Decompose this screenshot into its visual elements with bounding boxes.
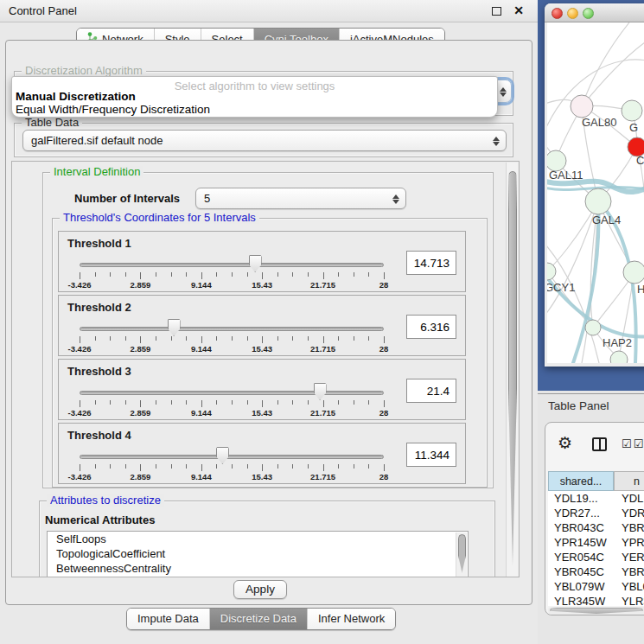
tab-infer-network[interactable]: Infer Network <box>308 609 395 629</box>
table-row[interactable]: YDR27...YDR2 <box>548 506 644 520</box>
tab-discretize-data[interactable]: Discretize Data <box>210 609 308 629</box>
slider-track[interactable] <box>80 455 384 459</box>
table-row[interactable]: YBR043CYBR0 <box>548 520 644 535</box>
slider-thumb[interactable] <box>216 447 229 464</box>
combo-stepper-icon <box>499 85 507 99</box>
slider-thumb[interactable] <box>168 319 181 336</box>
slider-thumb[interactable] <box>249 255 262 272</box>
tick-mark <box>80 400 80 407</box>
attribute-item-betweennesscentrality[interactable]: BetweennessCentrality <box>48 561 468 576</box>
table-cell[interactable]: YDL1 <box>614 491 644 506</box>
network-node-h[interactable] <box>623 261 644 284</box>
apply-button[interactable]: Apply <box>233 580 287 599</box>
table-row[interactable]: YDL19...YDL1 <box>548 491 644 506</box>
tick-mark <box>354 336 354 341</box>
table-data-combo[interactable]: galFiltered.sif default node <box>22 130 507 151</box>
table-body: YDL19...YDL1YDR27...YDR2YBR043CYBR0YPR14… <box>548 491 644 606</box>
number-of-intervals-combo[interactable]: 5 <box>195 188 406 209</box>
network-node-gal4[interactable] <box>585 188 611 214</box>
table-cell[interactable]: YBR043C <box>548 520 614 535</box>
tick-mark <box>201 464 202 471</box>
settings-gear-icon[interactable]: ⚙ <box>558 435 572 452</box>
numerical-attributes-list[interactable]: SelfLoopsTopologicalCoefficientBetweenne… <box>47 531 469 577</box>
tick-mark <box>323 400 324 407</box>
tick-mark <box>368 464 369 469</box>
close-window-icon[interactable]: ✕ <box>513 3 524 17</box>
zoom-traffic-light-icon[interactable] <box>583 8 594 19</box>
slider-track[interactable] <box>80 391 384 395</box>
table-cell[interactable]: YBL0 <box>614 579 644 594</box>
table-cell[interactable]: YPR145W <box>548 535 614 550</box>
table-cell[interactable]: YLR3 <box>614 594 644 606</box>
close-traffic-light-icon[interactable] <box>552 8 563 19</box>
tick-mark <box>262 464 263 471</box>
viewport-scrollbar-thumb[interactable] <box>508 171 517 565</box>
table-cell[interactable]: YBL079W <box>548 579 614 594</box>
tick-mark <box>338 400 339 405</box>
list-scrollbar[interactable] <box>456 532 467 577</box>
table-cell[interactable]: YLR345W <box>548 594 614 606</box>
table-cell[interactable]: YER0 <box>614 550 644 564</box>
tick-mark <box>323 464 324 471</box>
table-hscrollbar-thumb[interactable] <box>550 608 643 614</box>
table-horizontal-scrollbar[interactable] <box>548 607 644 615</box>
tick-label: 21.715 <box>310 408 335 418</box>
bottom-tab-bar: Impute DataDiscretize DataInfer Network <box>126 608 396 630</box>
threshold-value-field[interactable]: 6.316 <box>406 315 456 339</box>
network-edge[interactable] <box>582 22 629 106</box>
node-label: HAP2 <box>603 336 632 349</box>
slider-track[interactable] <box>80 327 384 331</box>
table-row[interactable]: YBR045CYBR0 <box>548 564 644 579</box>
table-row[interactable]: YPR145WYPR1 <box>548 535 644 550</box>
columns-icon[interactable] <box>592 437 607 451</box>
float-window-icon[interactable] <box>492 7 501 16</box>
table-header-row: shared...n <box>548 471 644 491</box>
network-graph: GAL80GCGAL11GAL4GCY1HHAP2 <box>547 22 644 363</box>
slider-track[interactable] <box>80 263 384 267</box>
table-panel-container: ⚙ ☑☑ shared...n YDL19...YDL1YDR27...YDR2… <box>545 422 644 615</box>
threshold-value-field[interactable]: 14.713 <box>406 251 456 275</box>
table-row[interactable]: YLR345WYLR3 <box>548 594 644 606</box>
tick-mark <box>308 272 309 277</box>
table-cell[interactable]: YBR045C <box>548 564 614 579</box>
table-cell[interactable]: YBR0 <box>614 520 644 535</box>
tick-mark <box>292 400 293 405</box>
list-scrollbar-thumb[interactable] <box>458 534 466 573</box>
table-cell[interactable]: YDL19... <box>548 491 614 506</box>
network-node-gcy1[interactable] <box>547 263 556 280</box>
network-node-gal80[interactable] <box>571 95 593 118</box>
minimize-traffic-light-icon[interactable] <box>567 8 578 19</box>
column-header-n[interactable]: n <box>614 471 644 491</box>
table-cell[interactable]: YBR0 <box>614 564 644 579</box>
table-cell[interactable]: YPR1 <box>614 535 644 550</box>
network-edge[interactable] <box>582 38 644 106</box>
network-node-g[interactable] <box>622 100 642 121</box>
tick-mark <box>354 400 354 405</box>
tick-label: 9.144 <box>191 472 212 481</box>
discretization-algorithm-group-title: Discretization Algorithm <box>22 65 146 77</box>
slider-thumb[interactable] <box>314 383 327 400</box>
network-canvas[interactable]: GAL80GCGAL11GAL4GCY1HHAP2 <box>547 22 644 363</box>
attribute-item-topologicalcoefficient[interactable]: TopologicalCoefficient <box>48 546 468 561</box>
column-header-shared-[interactable]: shared... <box>548 471 614 491</box>
viewport-scrollbar[interactable] <box>506 163 518 577</box>
algorithm-option-manual[interactable]: Manual Discretization <box>16 90 136 103</box>
tick-mark <box>368 400 369 405</box>
table-cell[interactable]: YER054C <box>548 550 614 564</box>
algorithm-option-equal-width[interactable]: Equal Width/Frequency Discretization <box>16 103 210 116</box>
tick-mark <box>110 400 111 405</box>
tab-label: Discretize Data <box>220 612 296 625</box>
network-node-hap2[interactable] <box>585 320 601 335</box>
tab-impute-data[interactable]: Impute Data <box>127 609 210 629</box>
tick-mark <box>368 336 369 341</box>
table-row[interactable]: YBL079WYBL0 <box>548 579 644 594</box>
attribute-item-selfloops[interactable]: SelfLoops <box>48 532 468 546</box>
table-cell[interactable]: YDR27... <box>548 506 614 520</box>
threshold-value-field[interactable]: 21.4 <box>406 379 456 403</box>
table-cell[interactable]: YDR2 <box>614 506 644 520</box>
node-label: G <box>629 121 638 134</box>
table-row[interactable]: YER054CYER0 <box>548 550 644 564</box>
select-columns-checkboxes-icon[interactable]: ☑☑ <box>622 437 644 450</box>
tick-mark <box>95 400 96 405</box>
threshold-value-field[interactable]: 11.344 <box>406 443 456 467</box>
